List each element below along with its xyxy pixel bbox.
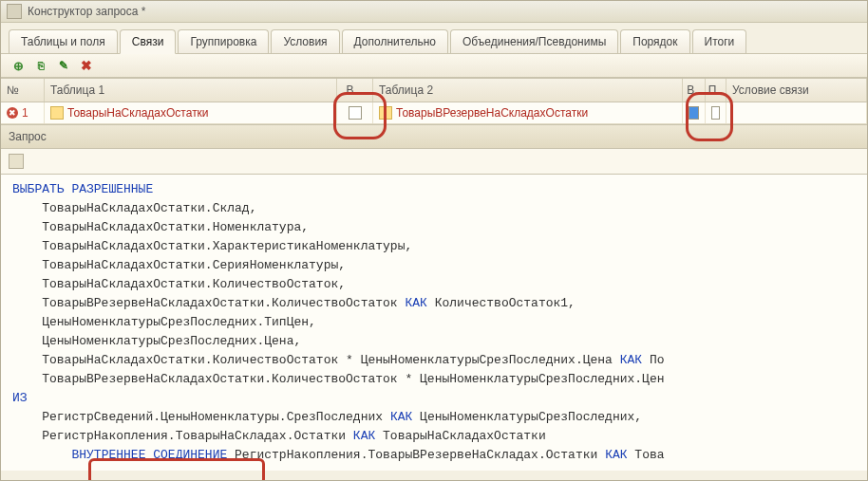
code-line: ТоварыНаСкладахОстатки.СерияНоменклатуры… [12, 256, 856, 275]
query-text-area[interactable]: ВЫБРАТЬ РАЗРЕШЕННЫЕ ТоварыНаСкладахОстат… [1, 175, 867, 471]
tab-6[interactable]: Порядок [620, 29, 689, 53]
table1-name: ТоварыНаСкладахОстатки [67, 106, 209, 120]
tab-7[interactable]: Итоги [692, 29, 747, 53]
tab-0[interactable]: Таблицы и поля [9, 29, 118, 53]
table-row[interactable]: ✖1ТоварыНаСкладахОстаткиТоварыВРезервеНа… [1, 102, 867, 124]
col-header-p[interactable]: П.. [706, 79, 726, 102]
code-line: ТоварыНаСкладахОстатки.ХарактеристикаНом… [12, 237, 856, 256]
all2-checkbox[interactable] [689, 106, 699, 120]
p-checkbox[interactable] [711, 106, 720, 120]
query-text-toolbar [1, 149, 867, 175]
col-header-num[interactable]: № [1, 79, 45, 102]
grid-header-row: № Таблица 1 В... Таблица 2 В.. П.. Услов… [1, 79, 867, 102]
code-line: ЦеныНоменклатурыСрезПоследних.ТипЦен, [12, 313, 856, 332]
code-line: ВНУТРЕННЕЕ СОЕДИНЕНИЕ РегистрНакопления.… [12, 446, 856, 465]
tab-3[interactable]: Условия [271, 29, 339, 53]
error-icon: ✖ [7, 107, 18, 119]
query-section-header: Запрос [1, 124, 867, 149]
window-titlebar: Конструктор запроса * [1, 1, 867, 23]
code-line: ИЗ [12, 389, 856, 408]
col-header-table1[interactable]: Таблица 1 [45, 79, 337, 102]
table-icon [50, 106, 64, 120]
code-line: ВЫБРАТЬ РАЗРЕШЕННЫЕ [12, 180, 856, 199]
window-icon [7, 4, 22, 19]
code-line: ТоварыВРезервеНаСкладахОстатки.Количеств… [12, 294, 856, 313]
tab-strip: Таблицы и поляСвязиГруппировкаУсловияДоп… [1, 23, 867, 54]
tab-1[interactable]: Связи [120, 29, 177, 54]
links-grid: № Таблица 1 В... Таблица 2 В.. П.. Услов… [1, 78, 867, 124]
col-header-all2[interactable]: В.. [683, 79, 706, 102]
links-toolbar: ⊕ ⎘ ✎ ✖ [1, 54, 867, 78]
code-line: ТоварыНаСкладахОстатки.Склад, [12, 199, 856, 218]
code-line: ТоварыНаСкладахОстатки.Номенклатура, [12, 218, 856, 237]
query-section-label: Запрос [9, 130, 47, 143]
edit-button[interactable]: ✎ [56, 58, 71, 73]
tab-2[interactable]: Группировка [178, 29, 269, 53]
tab-5[interactable]: Объединения/Псевдонимы [450, 29, 618, 53]
window-title: Конструктор запроса * [28, 5, 145, 18]
code-line: ТоварыВРезервеНаСкладахОстатки.Количеств… [12, 370, 856, 389]
code-line: ЦеныНоменклатурыСрезПоследних.Цена, [12, 332, 856, 351]
add-button[interactable]: ⊕ [10, 58, 26, 73]
code-line: РегистрНакопления.ТоварыНаСкладах.Остатк… [12, 427, 856, 446]
col-header-table2[interactable]: Таблица 2 [373, 79, 683, 102]
table-icon [379, 106, 392, 120]
tab-4[interactable]: Дополнительно [342, 29, 448, 53]
code-line: ТоварыНаСкладахОстатки.КоличествоОстаток… [12, 351, 856, 370]
table2-name: ТоварыВРезервеНаСкладахОстатки [396, 106, 588, 120]
row-num: 1 [22, 106, 28, 120]
all1-checkbox[interactable] [349, 106, 362, 120]
query-text-icon[interactable] [9, 154, 24, 169]
col-header-all1[interactable]: В... [337, 79, 373, 102]
code-line: РегистрСведений.ЦеныНоменклатуры.СрезПос… [12, 408, 856, 427]
condition-cell[interactable] [726, 102, 867, 123]
code-line: ТоварыНаСкладахОстатки.КоличествоОстаток… [12, 275, 856, 294]
col-header-condition[interactable]: Условие связи [726, 79, 867, 102]
query-constructor-window: Конструктор запроса * Таблицы и поляСвяз… [0, 0, 868, 481]
delete-button[interactable]: ✖ [79, 58, 94, 73]
copy-button[interactable]: ⎘ [33, 58, 48, 73]
